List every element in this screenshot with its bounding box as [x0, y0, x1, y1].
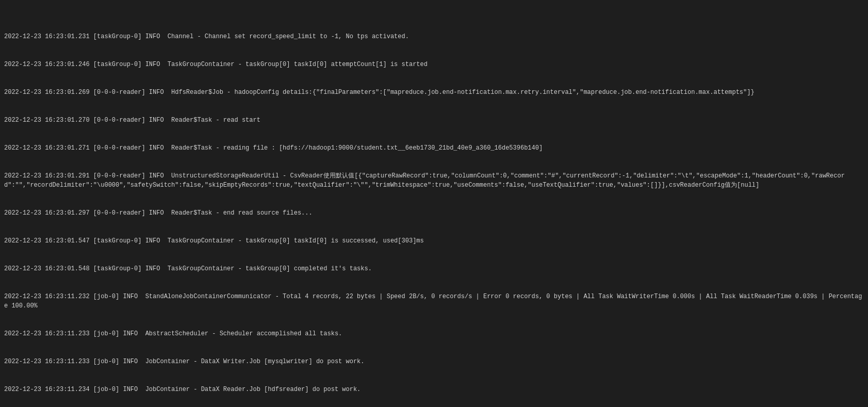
log-container: 2022-12-23 16:23:01.231 [taskGroup-0] IN…	[4, 4, 864, 407]
log-line: 2022-12-23 16:23:11.233 [job-0] INFO Job…	[4, 357, 864, 366]
log-line: 2022-12-23 16:23:11.233 [job-0] INFO Abs…	[4, 329, 864, 338]
log-line: 2022-12-23 16:23:01.547 [taskGroup-0] IN…	[4, 236, 864, 246]
log-line: 2022-12-23 16:23:01.297 [0-0-0-reader] I…	[4, 208, 864, 218]
log-line: 2022-12-23 16:23:11.234 [job-0] INFO Job…	[4, 385, 864, 394]
log-line: 2022-12-23 16:23:01.270 [0-0-0-reader] I…	[4, 116, 864, 125]
log-line: 2022-12-23 16:23:01.246 [taskGroup-0] IN…	[4, 60, 864, 69]
log-line: 2022-12-23 16:23:01.291 [0-0-0-reader] I…	[4, 171, 864, 190]
log-line: 2022-12-23 16:23:01.548 [taskGroup-0] IN…	[4, 264, 864, 273]
log-line: 2022-12-23 16:23:01.271 [0-0-0-reader] I…	[4, 143, 864, 153]
log-line: 2022-12-23 16:23:11.232 [job-0] INFO Sta…	[4, 292, 864, 311]
log-line: 2022-12-23 16:23:01.269 [0-0-0-reader] I…	[4, 88, 864, 97]
log-line: 2022-12-23 16:23:01.231 [taskGroup-0] IN…	[4, 32, 864, 41]
